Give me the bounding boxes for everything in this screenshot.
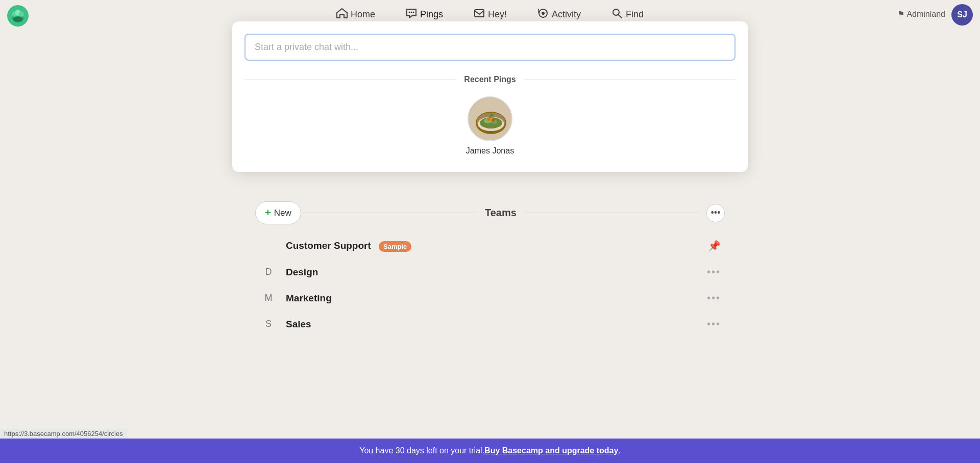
status-bar: https://3.basecamp.com/4056254/circles: [0, 429, 127, 439]
teams-more-button[interactable]: •••: [706, 204, 725, 222]
recent-pings-divider: Recent Pings: [244, 75, 736, 84]
sample-badge: Sample: [379, 241, 411, 252]
trial-banner: You have 30 days left on your trial. Buy…: [0, 439, 980, 463]
nav-activity[interactable]: Activity: [532, 5, 586, 24]
svg-line-13: [619, 15, 622, 18]
ping-user-james[interactable]: James Jonas: [466, 96, 514, 156]
nav-pings[interactable]: Pings: [401, 5, 448, 24]
pin-icon[interactable]: 📌: [708, 240, 721, 252]
plus-icon: +: [265, 207, 271, 219]
svg-point-8: [412, 11, 414, 13]
new-team-button[interactable]: + New: [255, 201, 301, 224]
nav-home[interactable]: Home: [331, 5, 380, 24]
pings-modal: Recent Pings: [232, 21, 748, 172]
svg-point-11: [542, 12, 545, 15]
svg-rect-9: [475, 10, 484, 17]
team-list: Customer Support Sample 📌 D Design ••• M…: [255, 233, 725, 337]
svg-point-24: [490, 113, 492, 115]
teams-header: + New Teams •••: [255, 201, 725, 224]
teams-title-area: Teams: [301, 207, 700, 219]
svg-point-6: [408, 11, 410, 13]
team-item[interactable]: S Sales •••: [255, 311, 725, 337]
more-icon: •••: [711, 208, 721, 218]
svg-point-7: [410, 11, 412, 13]
team-options-button[interactable]: •••: [707, 292, 721, 304]
nav-hey[interactable]: Hey!: [469, 5, 512, 24]
team-item[interactable]: D Design •••: [255, 259, 725, 285]
find-icon: [611, 8, 623, 21]
svg-point-23: [492, 119, 494, 122]
nav-find[interactable]: Find: [606, 5, 649, 24]
upgrade-link[interactable]: Buy Basecamp and upgrade today: [484, 446, 618, 455]
ping-search-input[interactable]: [244, 34, 736, 61]
team-item[interactable]: M Marketing •••: [255, 285, 725, 311]
pings-icon: [406, 8, 417, 21]
svg-point-22: [487, 118, 491, 121]
team-options-button[interactable]: •••: [707, 266, 721, 278]
avatar: [468, 96, 512, 141]
teams-section: + New Teams ••• Customer Support Sample …: [255, 201, 725, 337]
team-item[interactable]: Customer Support Sample 📌: [255, 233, 725, 259]
hey-icon: [474, 8, 485, 21]
home-icon: [336, 8, 348, 21]
recent-pings-list: James Jonas: [244, 96, 736, 156]
activity-icon: [537, 8, 549, 21]
team-options-button[interactable]: •••: [707, 318, 721, 330]
